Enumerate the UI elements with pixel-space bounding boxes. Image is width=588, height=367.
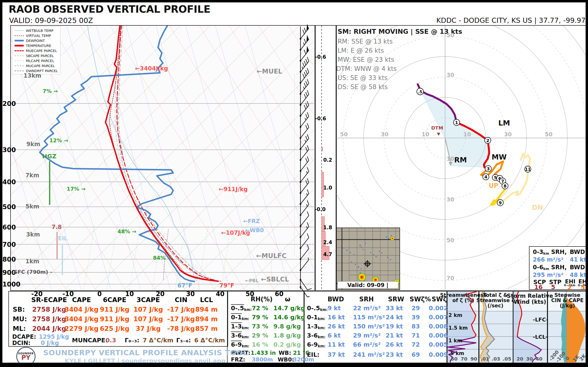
kin-row-label: 3-6km:	[307, 332, 325, 339]
mini-axis-tick: .05	[503, 356, 511, 362]
bwd-0-6-value: 48 kt	[570, 272, 586, 278]
kin-cell: 6 kt	[328, 332, 341, 339]
storm-motion-line: MW: ESE @ 23 kts	[338, 56, 394, 63]
rh-annotation: 17% →	[67, 186, 86, 192]
ring-label: 10	[463, 131, 471, 138]
legend-label: MUECAPE PARCEL	[26, 49, 57, 53]
mini-height-label: .5 km	[449, 350, 464, 356]
bwd-0-3-value: 41 kt	[570, 256, 586, 263]
rh-annotation: 7% →	[43, 88, 58, 94]
muel-annotation: ←MUEL	[257, 67, 282, 75]
ring-label: 30	[447, 72, 454, 78]
rh-row-label: 3-6km:	[231, 332, 249, 339]
total-zeta-title: Total ζ &	[483, 292, 508, 298]
skewt-legend: WETBULB TEMP VIRTUAL TEMP DEWPOINT TEMPE…	[12, 26, 61, 74]
surface-dewpoint-label: 67°F	[177, 282, 192, 289]
kin-cell: 11 kt	[328, 341, 345, 348]
sounderpy-profile-page: RAOB OBSERVED VERTICAL PROFILE VALID: 09…	[0, 0, 588, 367]
kin-row-label: 0-1km:	[307, 314, 325, 321]
storm-motion-line: RM: SSE @ 13 kts	[338, 38, 393, 45]
sbcape-parcel-line-icon	[15, 56, 24, 56]
lapse-rate-label: 7.8	[52, 224, 62, 230]
dcape-label: DCAPE:	[12, 334, 36, 340]
temp-tick-label: 40	[212, 290, 228, 298]
layer-sub: km	[543, 251, 549, 255]
right-mover-label: RM	[454, 156, 467, 164]
radar-storm-cells	[352, 237, 399, 287]
storm-motion-line: DS: SE @ 58 kts	[338, 83, 388, 91]
kin-cell: 83	[412, 323, 420, 330]
temp-tick-label: 10	[122, 290, 137, 298]
hgz-label: HGZ	[42, 153, 57, 160]
legend-label: TEMPERATURE	[26, 44, 51, 48]
legend-row: SBCAPE PARCEL	[15, 53, 60, 58]
omega-value: 1.0	[323, 185, 332, 191]
legend-label: MUCAPE PARCEL	[26, 64, 55, 68]
kin-cell: 72	[412, 341, 420, 348]
kin-cell: 22 m²/s²	[353, 305, 380, 312]
mini-axis-tick: 20	[517, 356, 523, 362]
lapse-0-3-value: 7 Δ°C/km	[143, 337, 173, 344]
legend-row: MLCAPE PARCEL	[15, 58, 60, 63]
kin-header: SRW	[388, 296, 404, 303]
height-label-5km: 5km	[26, 203, 39, 210]
pbl-annotation: ←PBL	[245, 278, 259, 283]
state-boundary-lines	[337, 228, 399, 289]
temp-tick-label: 60	[271, 290, 287, 298]
rh-value: 72 %	[252, 305, 268, 312]
stepwise-title-2: CIN & CAPE	[551, 298, 583, 303]
layer-sub: km	[543, 267, 549, 271]
kin-header: BWD	[328, 296, 344, 303]
temp-tick-label: 30	[183, 290, 198, 298]
left-mover-label: LM	[498, 119, 510, 127]
layer-sub: km:	[318, 344, 325, 348]
kin-row-label: 0-.5km:	[307, 305, 328, 312]
legend-label: SBCAPE PARCEL	[26, 54, 54, 58]
lapse-3-6-value: 6 Δ°C/km	[194, 337, 225, 344]
legend-row: MUCAPE PARCEL	[15, 63, 60, 68]
pressure-tick-label: 600	[2, 224, 9, 231]
legend-row: TEMPERATURE	[15, 43, 60, 48]
storm-motion-line: DTM: WNW @ 4 kts	[336, 65, 397, 72]
temp-tick-label: 0	[92, 290, 107, 298]
kin-cell: 23 kt	[386, 351, 403, 358]
layer-text: 0-3	[533, 249, 543, 255]
total-zeta-title-3: (/sec)	[487, 303, 503, 309]
dewpoint-line-icon	[15, 40, 24, 42]
lapse-3-6-label: Γ₃₋₆:	[176, 337, 191, 344]
kin-cell: 33 kt	[386, 305, 403, 312]
kin-cell: 24 kt	[386, 314, 403, 321]
rh-header: RH(%)	[251, 296, 273, 303]
temp-tick-label: 20	[153, 290, 168, 298]
muncape-label: MUNCAPE:	[72, 337, 108, 344]
kin-cell: 29	[412, 305, 420, 312]
mixing-ratio-value: 14.6 g/kg	[273, 314, 305, 321]
mini-height-label: 1.5 km	[449, 325, 468, 331]
kin-cell: 66 m²/s²	[353, 341, 380, 348]
bwd-header: BWD	[570, 249, 585, 255]
dtm-label: DTM	[431, 125, 443, 131]
layer-sub: km:	[318, 326, 325, 330]
layer-sub: km:	[242, 344, 249, 348]
kin-row-label: EIL:	[307, 351, 320, 358]
ring-label: 70	[447, 275, 454, 281]
mixing-ratio-value: 9.8 g/kg	[273, 323, 301, 330]
ehi-0-1-value: 2	[567, 284, 571, 291]
temperature-line-icon	[15, 45, 24, 46]
mini-axis-tick: 40	[536, 356, 542, 362]
layer-text: 1-3	[231, 323, 242, 330]
storm-motion-line: US: SE @ 33 kts	[338, 74, 388, 82]
station-title: KDDC - DODGE CITY, KS US | 37.77, -99.97	[338, 16, 586, 25]
mulfc-annotation: ←MULFC	[256, 252, 286, 259]
frz-annotation: ←FRZ	[243, 218, 260, 224]
kin-cell: 16 kt	[328, 314, 345, 321]
mini-height-label: 2 km	[449, 312, 462, 318]
layer-sub: km:	[244, 308, 252, 312]
thermo-row-label: ML:	[13, 325, 26, 332]
mixing-ratio-value: 1.8 g/kg	[273, 332, 301, 339]
legend-label: MLCAPE PARCEL	[26, 59, 54, 63]
bwd-header: BWD	[570, 264, 585, 271]
layer-sub: km:	[318, 335, 325, 339]
srh-0-6-header: 0-6km SRH,	[533, 264, 567, 271]
storm-motion-headline: SM: RIGHT MOVING | SSE @ 13 kts	[338, 28, 462, 35]
